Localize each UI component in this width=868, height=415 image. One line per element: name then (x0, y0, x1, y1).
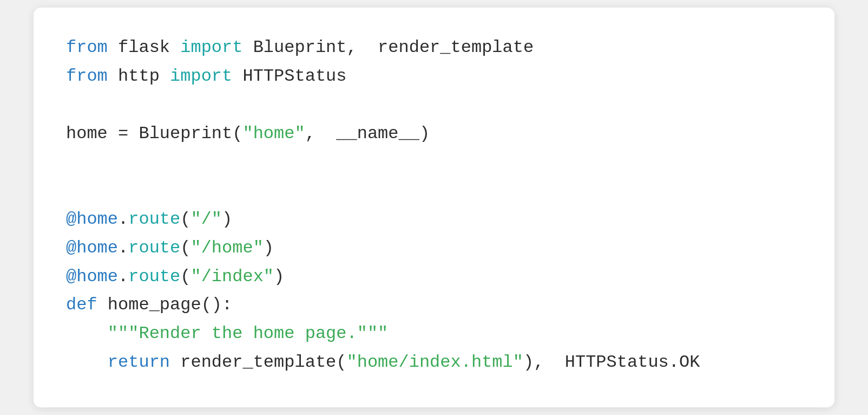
code-token: (): (201, 295, 233, 315)
code-token: from (66, 37, 108, 57)
code-line: @home.route("/home") (66, 234, 802, 263)
code-token: = (108, 124, 139, 144)
code-token: ) (274, 267, 284, 287)
code-token: import (180, 37, 242, 57)
code-token: def (66, 295, 97, 315)
code-token: """Render the home page.""" (66, 323, 388, 343)
code-token: ) (264, 238, 274, 258)
code-token: ( (180, 209, 190, 229)
code-token: flask (108, 37, 180, 57)
code-line: """Render the home page.""" (66, 320, 802, 348)
code-token: Blueprint, render_template (242, 37, 534, 57)
code-line: from flask import Blueprint, render_temp… (66, 34, 802, 62)
code-line: home = Blueprint("home", __name__) (66, 120, 802, 148)
code-token: "/" (190, 209, 222, 229)
code-token: ), HTTPStatus (523, 352, 669, 372)
code-token: render_template (170, 352, 336, 372)
code-token: . (118, 209, 128, 229)
code-token: ) (222, 209, 232, 229)
code-token: "/index" (190, 267, 274, 287)
code-token: @home (66, 238, 118, 258)
code-line (66, 177, 802, 205)
code-line (66, 91, 802, 120)
code-line: from http import HTTPStatus (66, 62, 802, 91)
code-token: route (128, 267, 180, 287)
code-token: ) (419, 124, 430, 144)
code-token: import (170, 66, 232, 86)
code-token: . (118, 267, 128, 287)
code-line: @home.route("/") (66, 205, 802, 234)
code-token: "home" (242, 124, 305, 144)
code-token: @home (66, 267, 118, 287)
code-token: route (128, 238, 180, 258)
code-token: from (66, 66, 108, 86)
code-token: HTTPStatus (232, 66, 346, 86)
code-token: __name__ (336, 124, 419, 144)
code-line (66, 148, 802, 177)
code-token: @home (66, 209, 118, 229)
code-token: . (118, 238, 128, 258)
code-token: "home/index.html" (346, 352, 523, 372)
code-token: route (128, 209, 180, 229)
code-line: @home.route("/index") (66, 263, 802, 291)
code-block: from flask import Blueprint, render_temp… (66, 34, 802, 377)
code-card: from flask import Blueprint, render_temp… (34, 8, 834, 407)
code-token: Blueprint (139, 124, 232, 144)
code-token: http (108, 66, 170, 86)
code-token: ( (180, 267, 190, 287)
code-token: ( (336, 352, 346, 372)
code-token: return (108, 352, 170, 372)
code-token: ( (232, 124, 242, 144)
code-token: ( (180, 238, 190, 258)
code-token: OK (679, 352, 700, 372)
code-token: home_page (97, 295, 201, 315)
code-line: return render_template("home/index.html"… (66, 348, 802, 377)
code-token: home (66, 124, 108, 144)
code-line: def home_page(): (66, 291, 802, 320)
code-token: . (669, 352, 679, 372)
code-token (66, 352, 108, 372)
code-token: "/home" (190, 238, 263, 258)
code-token: , (305, 124, 337, 144)
